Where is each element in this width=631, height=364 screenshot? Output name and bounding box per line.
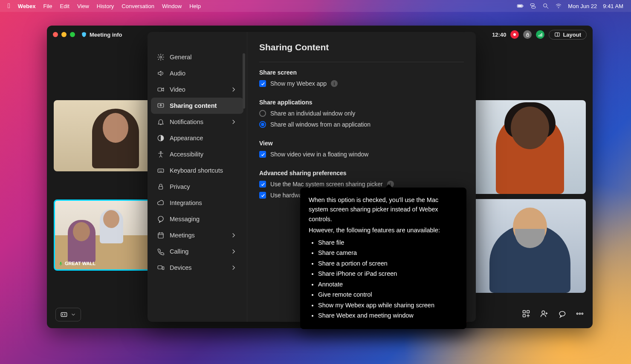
sidebar-item-devices[interactable]: Devices [151, 260, 243, 276]
sidebar-item-label: Appearance [170, 135, 203, 142]
svg-point-29 [579, 313, 580, 314]
sidebar-item-label: Devices [170, 264, 192, 271]
svg-rect-14 [541, 33, 542, 36]
sidebar-item-label: Keyboard shortcuts [170, 167, 223, 174]
participants-button[interactable] [540, 309, 548, 320]
mic-icon [58, 261, 63, 266]
video-icon [157, 86, 165, 93]
tooltip-bullet: Share camera [318, 248, 458, 257]
svg-rect-20 [523, 311, 526, 313]
recording-indicator-icon[interactable] [510, 30, 519, 39]
mac-menubar:  Webex File Edit View History Conversat… [0, 0, 631, 12]
search-icon[interactable] [542, 3, 549, 9]
menu-conversation[interactable]: Conversation [122, 3, 154, 9]
sidebar-item-label: Notifications [170, 118, 203, 125]
menu-file[interactable]: File [43, 3, 52, 9]
checkbox-hardware-accel[interactable] [259, 192, 266, 199]
lock-indicator-icon[interactable] [523, 30, 532, 39]
menu-edit[interactable]: Edit [60, 3, 69, 9]
apple-icon[interactable]:  [8, 2, 10, 10]
participant-name-badge: GREAT WALL [58, 261, 96, 266]
checkbox-floating-window[interactable] [259, 151, 266, 158]
tooltip-paragraph-2: However, the following features are unav… [309, 225, 458, 235]
video-tile-4[interactable] [472, 199, 586, 293]
captions-icon [60, 311, 68, 318]
close-window-button[interactable] [53, 32, 58, 37]
sidebar-item-audio[interactable]: Audio [151, 65, 243, 81]
section-share-apps: Share applications [259, 99, 464, 106]
svg-rect-37 [158, 169, 164, 172]
video-tile-3[interactable] [472, 100, 586, 194]
gear-icon [157, 53, 165, 61]
sidebar-item-sharing-content[interactable]: Sharing content [151, 98, 243, 114]
svg-rect-2 [518, 5, 522, 7]
minimize-window-button[interactable] [61, 32, 67, 37]
menu-view[interactable]: View [77, 3, 89, 9]
svg-rect-11 [527, 35, 529, 36]
chevron-down-icon [70, 312, 76, 318]
checkbox-show-my-webex[interactable] [259, 80, 266, 87]
zoom-window-button[interactable] [70, 32, 75, 37]
sidebar-item-privacy[interactable]: Privacy [151, 179, 243, 195]
menubar-app-name[interactable]: Webex [18, 3, 36, 9]
accessibility-icon [157, 150, 165, 158]
sidebar-item-integrations[interactable]: Integrations [151, 195, 243, 211]
sidebar-item-meetings[interactable]: Meetings [151, 227, 243, 243]
sidebar-item-notifications[interactable]: Notifications [151, 114, 243, 130]
tooltip-bullet: Give remote control [318, 290, 458, 299]
svg-point-43 [158, 216, 163, 221]
battery-icon[interactable] [517, 3, 524, 9]
share-icon [157, 102, 165, 110]
network-indicator-icon[interactable] [536, 30, 544, 39]
control-center-icon[interactable] [530, 3, 536, 9]
info-icon[interactable]: i [331, 80, 338, 87]
layout-button[interactable]: Layout [549, 30, 587, 40]
menu-help[interactable]: Help [189, 3, 201, 9]
video-tile-2-active[interactable]: GREAT WALL [54, 199, 152, 271]
chat-button[interactable] [558, 309, 566, 320]
svg-rect-42 [159, 186, 163, 189]
label-floating-window: Show video view in a floating window [270, 151, 368, 158]
meeting-info-label: Meeting info [90, 32, 122, 38]
layout-icon [554, 32, 560, 38]
window-controls [53, 32, 75, 37]
menubar-date[interactable]: Mon Jun 22 [568, 3, 597, 9]
sidebar-item-video[interactable]: Video [151, 81, 243, 98]
sidebar-item-keyboard-shortcuts[interactable]: Keyboard shortcuts [151, 162, 243, 179]
menu-history[interactable]: History [97, 3, 114, 9]
radio-all-windows[interactable] [259, 121, 266, 128]
label-mac-picker: Use the Mac system screen sharing picker [270, 181, 383, 188]
label-all-windows: Share all windows from an application [270, 121, 370, 128]
sidebar-item-appearance[interactable]: Appearance [151, 130, 243, 146]
sidebar-item-messaging[interactable]: Messaging [151, 211, 243, 227]
svg-rect-22 [523, 315, 526, 317]
chevron-right-icon [230, 264, 237, 272]
svg-rect-21 [527, 311, 530, 313]
video-tile-1[interactable] [54, 100, 152, 171]
chevron-right-icon [230, 231, 237, 239]
captions-button[interactable] [55, 308, 81, 321]
menu-window[interactable]: Window [162, 3, 182, 9]
prefs-sidebar: GeneralAudioVideoSharing contentNotifica… [148, 32, 247, 322]
chevron-right-icon [230, 248, 237, 255]
svg-point-10 [513, 33, 516, 36]
sidebar-item-general[interactable]: General [151, 49, 243, 65]
wifi-icon[interactable] [555, 3, 562, 9]
sidebar-scrollbar[interactable] [243, 53, 245, 109]
meeting-info-button[interactable]: Meeting info [81, 32, 122, 38]
section-advanced: Advanced sharing preferences [259, 170, 464, 176]
svg-marker-33 [162, 88, 164, 91]
sidebar-item-label: Calling [170, 248, 188, 255]
menubar-time[interactable]: 9:41 AM [603, 3, 623, 9]
appearance-icon [157, 134, 165, 142]
sidebar-item-calling[interactable]: Calling [151, 243, 243, 260]
radio-individual-window[interactable] [259, 110, 266, 117]
tooltip-bullet: Share Webex and meeting window [318, 311, 458, 320]
sidebar-item-accessibility[interactable]: Accessibility [151, 146, 243, 162]
sidebar-item-label: Audio [170, 70, 185, 77]
svg-rect-4 [532, 6, 535, 9]
more-options-button[interactable] [576, 309, 584, 320]
svg-rect-19 [61, 313, 67, 317]
checkbox-mac-picker[interactable] [259, 181, 266, 188]
apps-button[interactable] [522, 309, 530, 320]
